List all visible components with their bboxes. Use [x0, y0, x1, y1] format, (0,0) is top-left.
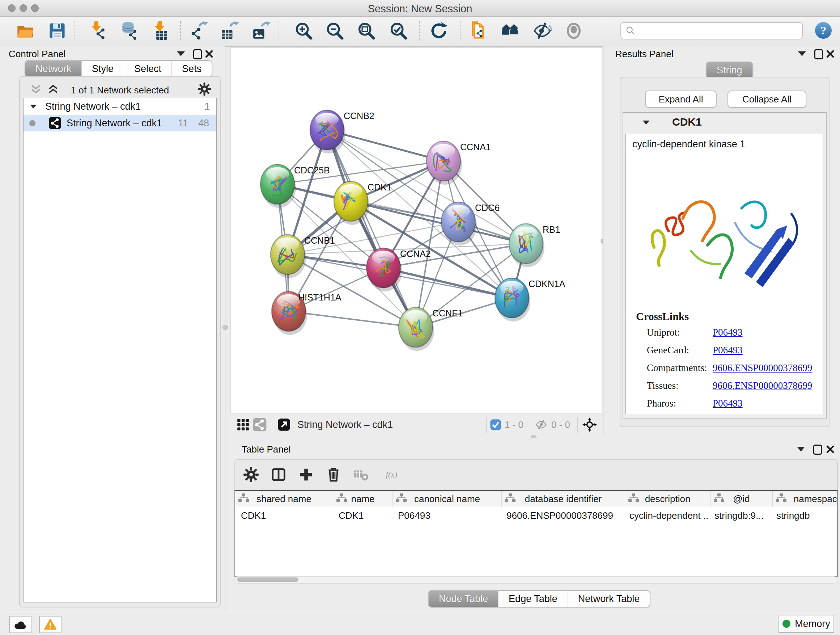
single-view-button[interactable] [251, 416, 268, 433]
export-image-button[interactable] [251, 20, 273, 43]
collection-expand-icon[interactable] [30, 105, 36, 108]
collapse-all-button[interactable]: Collapse All [728, 90, 806, 108]
network-node-HIST1H1A[interactable]: HIST1H1A [272, 291, 341, 335]
crosslink-link[interactable]: P06493 [713, 398, 743, 409]
add-column-button[interactable] [294, 464, 317, 487]
zoom-selected-button[interactable] [387, 20, 410, 43]
gene-collapse-icon[interactable] [643, 120, 650, 125]
birdseye-button[interactable] [581, 416, 598, 433]
warnings-button[interactable] [39, 616, 62, 633]
panel-float-icon[interactable] [177, 51, 185, 56]
network-node-CCNB2[interactable]: CCNB2 [310, 110, 374, 154]
panel-undock-icon[interactable] [193, 49, 202, 59]
save-session-button[interactable] [46, 20, 68, 43]
network-node-RB1[interactable]: RB1 [509, 224, 561, 267]
column-header-description[interactable]: description [625, 491, 711, 507]
crosslink-link[interactable]: P06493 [713, 345, 743, 356]
zoom-out-button[interactable] [324, 20, 346, 43]
open-session-button[interactable] [14, 20, 36, 43]
panel-undock-icon[interactable] [814, 49, 823, 59]
crosslink-link[interactable]: P06493 [713, 327, 743, 338]
tab-network-table[interactable]: Network Table [568, 591, 650, 607]
table-cell[interactable]: CDK1 [333, 510, 392, 521]
memory-label: Memory [795, 618, 830, 630]
table-cell[interactable]: 9606.ENSP00000378699 [501, 510, 624, 521]
panel-float-icon[interactable] [797, 447, 805, 451]
zoom-out-icon [325, 21, 344, 42]
table-cell[interactable]: stringdb:9... [709, 510, 771, 521]
network-node-CDC25B[interactable]: CDC25B [261, 165, 330, 208]
network-node-CDK1[interactable]: CDK1 [334, 181, 392, 225]
column-header-name[interactable]: name [333, 491, 393, 507]
table-cell[interactable]: cyclin-dependent ... [624, 510, 709, 521]
panel-float-icon[interactable] [798, 51, 806, 56]
first-neighbors-icon [501, 21, 520, 42]
tab-edge-table[interactable]: Edge Table [498, 591, 568, 607]
network-collection-row[interactable]: String Network – cdk1 1 [24, 98, 216, 115]
first-neighbors-button[interactable] [499, 20, 522, 43]
tab-select[interactable]: Select [124, 61, 172, 77]
column-header-database-identifier[interactable]: database identifier [502, 491, 625, 507]
table-row[interactable]: CDK1CDK1P064939606.ENSP00000378699cyclin… [235, 507, 837, 524]
results-tab-string[interactable]: String [706, 62, 753, 79]
tab-network[interactable]: Network [25, 61, 81, 77]
cloud-status-button[interactable] [9, 616, 32, 633]
column-header-namespace[interactable]: namespace [773, 491, 838, 507]
table-settings-button[interactable] [240, 464, 263, 487]
network-from-selection-button[interactable] [467, 20, 489, 43]
scrollbar-thumb[interactable] [237, 578, 298, 582]
memory-button[interactable]: Memory [778, 615, 834, 633]
table-cell[interactable]: CDK1 [235, 510, 333, 521]
crosslink-link[interactable]: 9606.ENSP00000378699 [713, 363, 812, 374]
crosslink-label: Compartments: [647, 363, 713, 374]
grid-view-button[interactable] [235, 416, 251, 433]
panel-close-icon[interactable] [205, 50, 213, 60]
show-columns-icon [270, 466, 287, 485]
network-node-CCNA1[interactable]: CCNA1 [426, 141, 491, 185]
help-button[interactable]: ? [815, 22, 832, 39]
tab-string-label[interactable]: String [706, 62, 752, 78]
zoom-fit-button[interactable] [355, 20, 378, 43]
zoom-in-button[interactable] [293, 20, 315, 43]
import-table-button[interactable] [149, 20, 172, 43]
function-builder-button[interactable]: f(x) [377, 464, 410, 487]
export-table-icon [221, 21, 240, 42]
show-columns-button[interactable] [267, 464, 290, 487]
panel-close-icon[interactable] [826, 50, 835, 60]
hide-selection-button[interactable] [531, 20, 554, 43]
detach-view-button[interactable] [276, 416, 292, 433]
column-header-shared-name[interactable]: shared name [235, 491, 333, 507]
search-input[interactable] [638, 24, 802, 38]
import-network-database-button[interactable] [118, 20, 141, 43]
expand-all-button[interactable]: Expand All [645, 90, 717, 108]
network-edge-HIST1H1A-CCNE1[interactable] [289, 311, 416, 327]
table-cell[interactable]: P06493 [392, 510, 501, 521]
network-options-gear-icon[interactable] [197, 82, 212, 96]
left-splitter-handle[interactable] [223, 325, 228, 330]
export-table-button[interactable] [219, 20, 242, 43]
network-node-CCNA2[interactable]: CCNA2 [366, 248, 431, 291]
network-edge-CCNA2-CDKN1A[interactable] [384, 268, 512, 298]
crosslink-link[interactable]: 9606.ENSP00000378699 [713, 380, 812, 391]
show-all-button[interactable] [562, 20, 585, 43]
panel-close-icon[interactable] [826, 445, 835, 455]
table-cell[interactable]: stringdb [771, 510, 838, 521]
delete-table-button[interactable] [349, 464, 373, 487]
apply-layout-button[interactable] [428, 20, 450, 43]
tab-node-table[interactable]: Node Table [429, 591, 498, 607]
selected-checkbox-icon[interactable] [490, 419, 501, 430]
network-row-selected[interactable]: String Network – cdk1 11 48 [24, 115, 216, 131]
panel-undock-icon[interactable] [813, 445, 822, 455]
delete-column-button[interactable] [322, 464, 345, 487]
tab-style[interactable]: Style [81, 61, 124, 77]
network-node-CCNE1[interactable]: CCNE1 [399, 307, 463, 351]
node-label-HIST1H1A: HIST1H1A [298, 292, 341, 302]
import-network-file-button[interactable] [87, 20, 109, 43]
export-network-button[interactable] [188, 20, 210, 43]
tab-sets[interactable]: Sets [172, 61, 212, 77]
network-canvas[interactable]: CCNB2CCNA1CDC25BCDK1CDC6RB1CCNB1CCNA2CDK… [231, 48, 602, 413]
column-header-id[interactable]: @id [711, 491, 773, 507]
network-node-CDKN1A[interactable]: CDKN1A [495, 278, 565, 321]
column-header-canonical-name[interactable]: canonical name [393, 491, 502, 507]
table-horizontal-scrollbar[interactable] [234, 576, 837, 584]
